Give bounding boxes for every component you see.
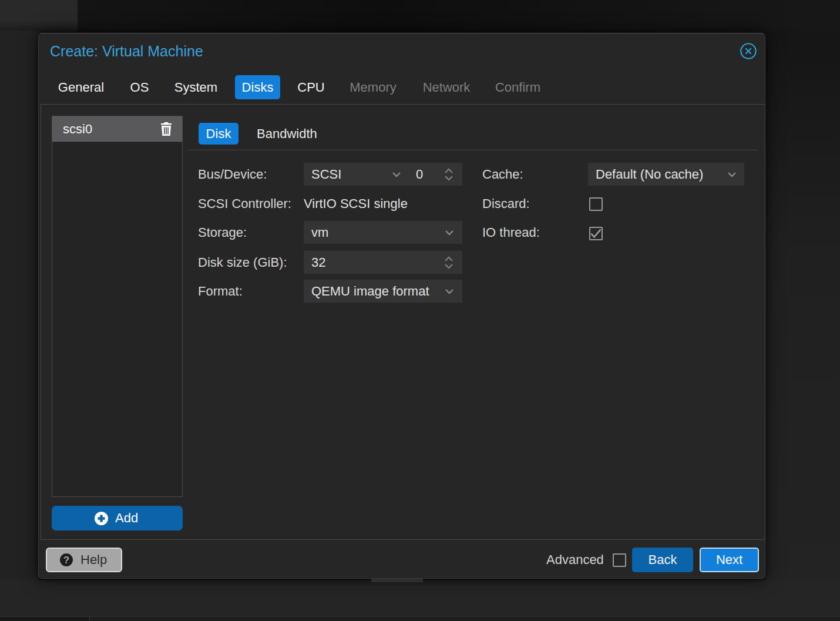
svg-text:?: ?	[63, 555, 69, 566]
